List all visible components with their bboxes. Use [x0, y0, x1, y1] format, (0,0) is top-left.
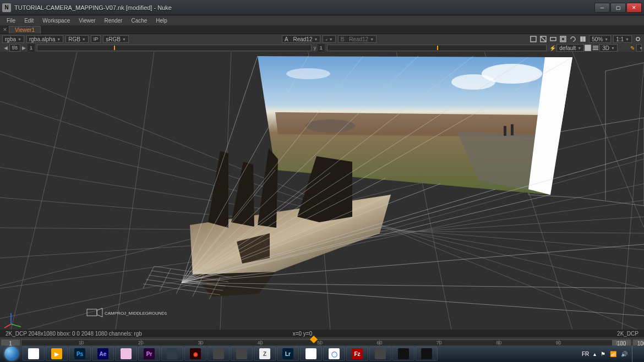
- svg-rect-39: [504, 126, 506, 136]
- lut-label: sRGB: [106, 36, 121, 42]
- b-node: Read12: [349, 36, 368, 42]
- taskbar-app-icon[interactable]: ▶: [46, 347, 68, 361]
- taskbar-app-icon[interactable]: [161, 347, 183, 361]
- menu-workspace[interactable]: Workspace: [38, 18, 74, 24]
- svg-point-34: [451, 74, 495, 90]
- taskbar-app-icon[interactable]: [23, 347, 45, 361]
- gear-icon[interactable]: [634, 35, 642, 43]
- show-desktop-button[interactable]: [632, 345, 638, 362]
- viewer-top-controls: rgba▼ rgba.alpha▼ RGB▼ IP sRGB▼ A Read12…: [0, 34, 644, 44]
- taskbar-app-icon[interactable]: [300, 347, 322, 361]
- viewer-tab[interactable]: Viewer1: [9, 26, 41, 34]
- menu-help[interactable]: Help: [151, 18, 172, 24]
- lut-selector[interactable]: sRGB▼: [103, 35, 129, 43]
- status-format: 2K_DCP 2048x1080 bbox: 0 0 2048 1080 cha…: [6, 331, 142, 337]
- timeline-tick-label: 90: [556, 340, 561, 345]
- svg-line-24: [11, 52, 77, 330]
- svg-rect-7: [583, 37, 585, 41]
- ratio-selector[interactable]: 1:1▼: [613, 35, 632, 43]
- view-default-selector[interactable]: default▼: [556, 44, 584, 52]
- taskbar-app-icon[interactable]: ◉: [184, 347, 206, 361]
- zoom-selector[interactable]: 50%▼: [589, 35, 611, 43]
- taskbar-app-icon[interactable]: [208, 347, 230, 361]
- menu-cache[interactable]: Cache: [127, 18, 151, 24]
- scene-canvas: CAMPROJ_MIDDLEGROUND1: [0, 52, 644, 330]
- status-right-format: 2K_DCP: [617, 331, 638, 337]
- ip-button[interactable]: IP: [91, 35, 101, 43]
- close-button[interactable]: ✕: [626, 3, 642, 13]
- a-buffer-selector[interactable]: A Read12▼: [282, 35, 320, 43]
- wipe-selector[interactable]: -▼: [323, 35, 335, 43]
- menu-edit[interactable]: Edit: [20, 18, 38, 24]
- display-selector[interactable]: RGB▼: [66, 35, 89, 43]
- svg-line-75: [160, 269, 171, 291]
- timeline-tick-label: 80: [496, 340, 501, 345]
- status-bar: 2K_DCP 2048x1080 bbox: 0 0 2048 1080 cha…: [0, 330, 644, 337]
- channel-selector[interactable]: rgba▼: [2, 35, 24, 43]
- menubar: File Edit Workspace Viewer Render Cache …: [0, 15, 644, 25]
- exposure-slider[interactable]: [37, 45, 312, 51]
- gamma-label: y: [314, 45, 316, 51]
- roi-icon[interactable]: [539, 35, 547, 43]
- tray-arrow-icon[interactable]: ▴: [593, 351, 596, 357]
- svg-point-8: [636, 37, 640, 41]
- b-buffer-selector[interactable]: B Read12▼: [338, 35, 376, 43]
- view-wire-icon[interactable]: [592, 44, 599, 52]
- proxy-icon[interactable]: [549, 35, 557, 43]
- taskbar-app-icon[interactable]: Fz: [346, 347, 368, 361]
- menu-file[interactable]: File: [2, 18, 20, 24]
- svg-line-82: [11, 324, 21, 327]
- svg-line-2: [541, 36, 546, 42]
- alpha-selector[interactable]: rgba.alpha▼: [26, 35, 63, 43]
- overscan-icon[interactable]: [559, 35, 567, 43]
- taskbar-app-icon[interactable]: [231, 347, 253, 361]
- svg-line-31: [622, 63, 644, 330]
- exposure-field[interactable]: 1: [28, 44, 35, 52]
- gpu-icon[interactable]: ⚡: [549, 44, 556, 52]
- viewmode-selector[interactable]: 3D▼: [599, 44, 618, 52]
- prev-frame-icon[interactable]: ◀: [2, 45, 9, 51]
- fstop-field[interactable]: f/8: [9, 44, 20, 52]
- gamma-slider[interactable]: [327, 45, 547, 51]
- flag-icon[interactable]: ⚑: [601, 351, 605, 357]
- taskbar-app-icon[interactable]: Lr: [277, 347, 299, 361]
- minimize-button[interactable]: ─: [594, 3, 610, 13]
- taskbar-app-icon[interactable]: [369, 347, 391, 361]
- taskbar-app-icon[interactable]: ◯: [323, 347, 345, 361]
- gamma-field[interactable]: 1: [318, 44, 325, 52]
- lock-icon[interactable]: ✎: [629, 44, 636, 52]
- close-pane-button[interactable]: ×: [1, 26, 9, 34]
- taskbar-app-icon[interactable]: [115, 347, 137, 361]
- menu-viewer[interactable]: Viewer: [74, 18, 100, 24]
- svg-rect-79: [87, 309, 97, 316]
- taskbar-app-icon[interactable]: Ps: [69, 347, 91, 361]
- camera-lock-selector[interactable]: ▼: [636, 44, 642, 52]
- wipe-label: -: [325, 36, 327, 42]
- timeline-tick-label: 100: [615, 340, 624, 345]
- viewport-3d[interactable]: CAMPROJ_MIDDLEGROUND1: [0, 52, 644, 330]
- network-icon[interactable]: 📶: [610, 351, 616, 357]
- clip-warning-icon[interactable]: [530, 35, 537, 43]
- timeline-tick-label: 30: [198, 340, 203, 345]
- maximize-button[interactable]: ▢: [610, 3, 626, 13]
- taskbar-app-icon[interactable]: Pr: [138, 347, 160, 361]
- a-label: A: [285, 36, 288, 42]
- ratio-label: 1:1: [616, 36, 624, 42]
- refresh-icon[interactable]: [569, 35, 577, 43]
- taskbar-app-icon[interactable]: [416, 347, 438, 361]
- system-tray: FR ▴ ⚑ 📶 🔊: [582, 345, 643, 362]
- projection-card: [258, 56, 572, 195]
- timeline-tick-label: 40: [258, 340, 263, 345]
- lang-indicator[interactable]: FR: [582, 351, 589, 357]
- view-shaded-icon[interactable]: [584, 44, 592, 52]
- taskbar-app-icon[interactable]: Z: [254, 347, 276, 361]
- taskbar-app-icon[interactable]: Ae: [92, 347, 114, 361]
- volume-icon[interactable]: 🔊: [621, 351, 627, 357]
- default-label: default: [559, 45, 576, 51]
- pause-icon[interactable]: [579, 35, 587, 43]
- start-button[interactable]: [1, 345, 22, 362]
- status-coords: x=0 y=0: [293, 331, 313, 337]
- next-frame-icon[interactable]: ▶: [20, 45, 28, 51]
- taskbar-app-icon[interactable]: [392, 347, 414, 361]
- menu-render[interactable]: Render: [100, 18, 127, 24]
